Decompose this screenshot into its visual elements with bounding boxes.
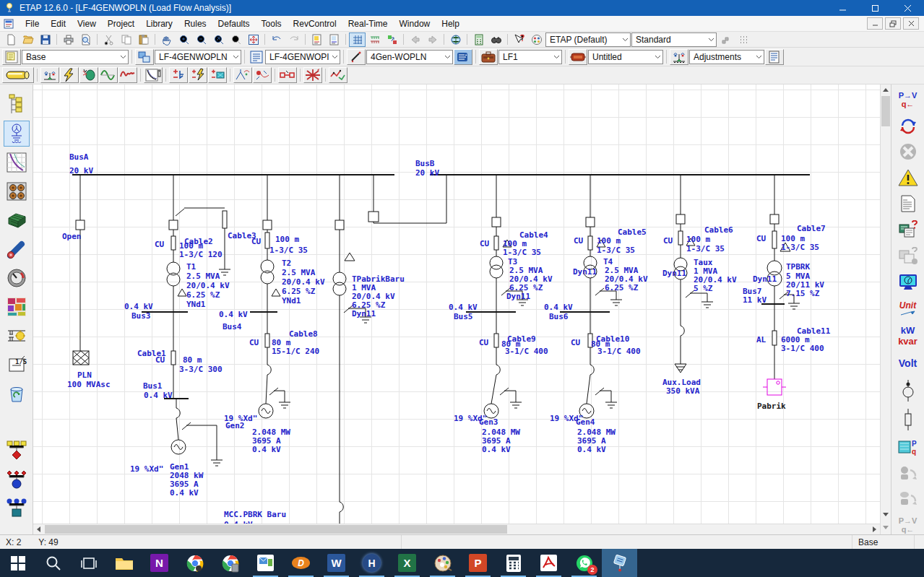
redo-button[interactable] [285, 32, 302, 47]
transfer-function-icon[interactable]: 1/S [4, 352, 30, 378]
star-tcc-icon[interactable] [4, 149, 30, 175]
horizontal-scroll-thumb[interactable] [45, 525, 507, 534]
help-pointer-button[interactable] [511, 32, 527, 47]
menu-file[interactable]: File [20, 17, 45, 31]
menu-rules[interactable]: Rules [178, 17, 212, 31]
tpabrikbaru-branch[interactable]: TPabrikBaru 1 MVA 20/0.4 kV 6.25 %Z Dyn1… [333, 175, 405, 524]
menu-window[interactable]: Window [394, 17, 436, 31]
find-button[interactable] [488, 32, 504, 47]
network-systems-icon[interactable] [4, 92, 30, 118]
auxload-symbol[interactable] [675, 364, 686, 373]
edit-mode-button[interactable] [2, 67, 34, 83]
report-icon[interactable] [896, 194, 920, 213]
zoom-previous-button[interactable] [228, 32, 244, 47]
t3-branch[interactable]: Cable4 CU 100 m 1-3/C 35 T3 2.5 MVA 20/0… [480, 175, 553, 312]
word-icon[interactable]: W [319, 549, 354, 577]
paint-icon[interactable] [425, 549, 460, 577]
bus-bus7[interactable]: Bus7 11 kV [743, 287, 785, 305]
cable-pulling-icon[interactable] [4, 178, 30, 204]
battery-sizing-button[interactable] [208, 67, 227, 83]
open-button[interactable] [20, 32, 36, 47]
dc-load-flow-button[interactable] [169, 67, 188, 83]
bus-bus6[interactable]: 0.4 kV Bus6 [544, 303, 610, 321]
mdi-minimize-button[interactable] [867, 17, 883, 30]
bus-tie[interactable] [368, 175, 446, 223]
cable1-symbol[interactable] [171, 351, 176, 365]
chrome-profile-icon[interactable] [212, 549, 248, 577]
close-button[interactable] [891, 0, 924, 16]
bus-busB[interactable]: BusB 20 kV [415, 159, 810, 178]
edit-properties-button[interactable] [308, 32, 325, 47]
report-manager-button[interactable] [765, 49, 784, 65]
text-editor-button[interactable] [326, 32, 342, 47]
panel-dial-icon[interactable] [4, 265, 30, 291]
menu-revcontrol[interactable]: RevControl [288, 17, 342, 31]
vertical-scroll-thumb[interactable] [881, 96, 890, 126]
cable11-symbol[interactable] [772, 331, 777, 345]
bus-bus1[interactable]: Bus1 0.4 kV [143, 381, 189, 400]
oneline-combo[interactable]: 4Gen-WOPLN [366, 50, 453, 64]
cb-tpbrk[interactable] [770, 214, 779, 224]
battery-pq-icon[interactable]: Pq [896, 438, 920, 456]
stop-icon[interactable] [896, 142, 920, 161]
save-button[interactable] [37, 32, 53, 47]
dumpster-icon[interactable] [4, 381, 30, 407]
scroll-page-arrow[interactable] [881, 522, 891, 533]
gen1-branch[interactable]: 19 %Xd" Gen1 2048 kW 3695 A 0.4 kV [130, 399, 223, 498]
study-case-icon-button[interactable] [479, 49, 498, 65]
cb-t3[interactable] [492, 217, 501, 227]
ground-grid-icon[interactable] [4, 207, 30, 233]
undo-button[interactable] [268, 32, 285, 47]
menu-view[interactable]: View [72, 17, 102, 31]
back-button[interactable] [407, 32, 423, 47]
presentation-icon-button[interactable] [2, 49, 21, 65]
grouping-buses-icon[interactable] [4, 437, 30, 463]
report-manager-icon[interactable] [896, 220, 920, 239]
presentation-combo[interactable]: Base [22, 50, 129, 64]
cable11-pabrik-branch[interactable]: Cable11 AL 6000 m 3-1/C 400 Pabrik [756, 304, 831, 411]
load-flow-mode-button[interactable] [40, 67, 59, 83]
search-button[interactable] [35, 549, 71, 577]
cb-taux[interactable] [676, 214, 685, 224]
minimize-button[interactable] [826, 0, 859, 16]
menu-help[interactable]: Help [436, 17, 465, 31]
scroll-up-arrow[interactable] [881, 84, 891, 95]
start-button[interactable] [0, 549, 35, 577]
optimal-power-flow-button[interactable] [253, 67, 272, 83]
study-case-combo[interactable]: LF1 [498, 50, 562, 64]
copy-button[interactable] [118, 32, 134, 47]
t4-branch[interactable]: Cable5 CU 100 m 1-3/C 35 T4 2.5 MVA 20/0… [573, 175, 648, 312]
gis-map-icon[interactable] [4, 294, 30, 320]
pan-button[interactable] [158, 32, 175, 47]
display-options-button[interactable] [454, 49, 472, 65]
theme-palette-button[interactable] [528, 32, 545, 47]
cable5-symbol[interactable] [588, 236, 592, 250]
protection-coordination-button[interactable] [144, 67, 163, 83]
taux-branch[interactable]: Cable6 CU 100 m 1-3/C 35 Taux 1 MVA 20/0… [662, 175, 737, 396]
menu-realtime[interactable]: Real-Time [342, 17, 394, 31]
cb-t2[interactable] [263, 220, 272, 230]
d-app-icon[interactable]: D [283, 549, 319, 577]
harmonic-mode-button[interactable] [99, 67, 118, 83]
zoom-in-button[interactable] [176, 32, 192, 47]
bus-bus4[interactable]: 0.4 kV Bus4 [219, 310, 277, 331]
print-preview-button[interactable] [77, 32, 94, 47]
study-view-combo[interactable]: LF-4GENWOPI [265, 50, 340, 64]
kw-kvar-icon[interactable]: kW kvar [896, 325, 920, 347]
zoom-out-button[interactable] [193, 32, 210, 47]
mdi-restore-button[interactable] [885, 17, 901, 30]
cable7-symbol[interactable] [772, 231, 777, 248]
cb-tpabrik[interactable] [335, 220, 344, 230]
h-app-icon[interactable]: H [354, 549, 389, 577]
zoom-window-button[interactable] [210, 32, 227, 47]
volt-icon[interactable]: Volt [896, 354, 920, 373]
web-button[interactable] [447, 32, 464, 47]
scroll-left-arrow[interactable] [33, 524, 44, 534]
adjustments-combo[interactable]: Adjustments [689, 50, 764, 64]
cb-t4[interactable] [586, 217, 595, 227]
arc-flash-button[interactable] [303, 67, 322, 83]
cable9-gen3-branch[interactable]: CU Cable9 80 m 3-1/C 400 19 %Xd" Gen3 2.… [454, 312, 548, 454]
calculator-button[interactable] [470, 32, 487, 47]
control-system-icon[interactable] [4, 323, 30, 349]
reconnect-button[interactable] [384, 32, 400, 47]
